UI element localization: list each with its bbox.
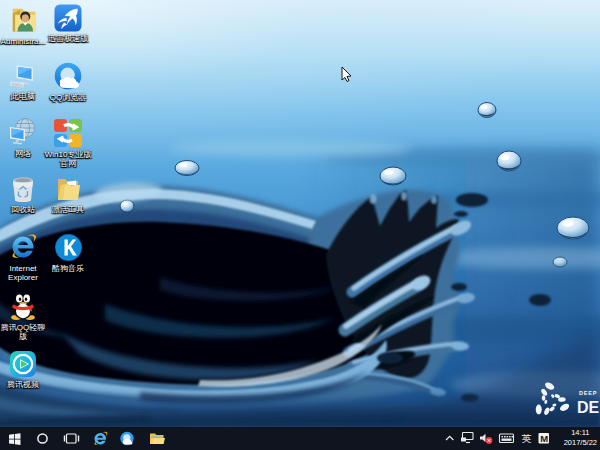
svg-text:M: M <box>540 433 548 444</box>
svg-text:DEEP: DEEP <box>579 390 597 396</box>
svg-text:DE: DE <box>577 399 600 416</box>
svg-text:英: 英 <box>522 433 532 444</box>
